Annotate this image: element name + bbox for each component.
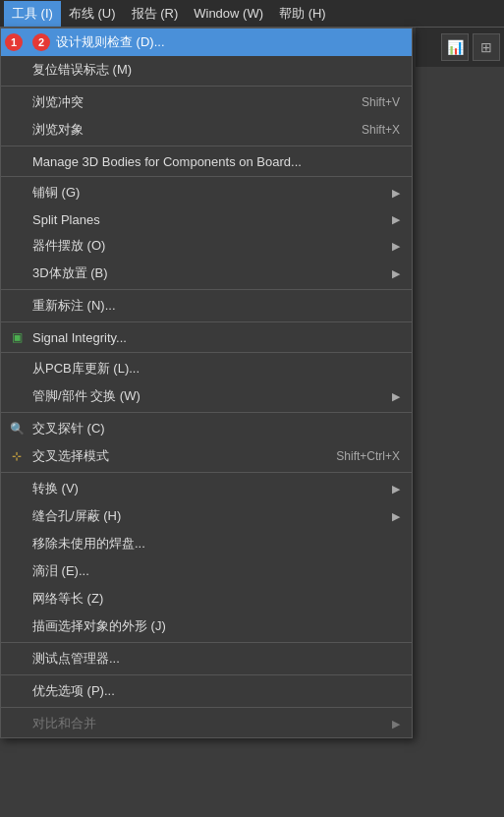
update-from-pcb-label: 从PCB库更新 (L)... [32, 360, 140, 378]
split-planes-arrow: ▶ [392, 213, 400, 226]
teardrop-label: 滴泪 (E)... [32, 562, 89, 580]
menu-bar: 工具 (I) 布线 (U) 报告 (R) Window (W) 帮助 (H) [0, 0, 504, 28]
cross-probe-label: 交叉探针 (C) [32, 420, 105, 438]
compare-merge-arrow: ▶ [392, 718, 400, 730]
re-annotate-label: 重新标注 (N)... [32, 297, 116, 315]
menu-bar-help[interactable]: 帮助 (H) [271, 1, 334, 27]
menu-item-copper[interactable]: 铺铜 (G) ▶ [1, 179, 412, 206]
stitch-shield-arrow: ▶ [392, 510, 400, 523]
menu-item-browse-object[interactable]: 浏览对象 Shift+X [1, 116, 412, 144]
menu-bar-report[interactable]: 报告 (R) [124, 1, 187, 27]
tools-dropdown-menu: 1 2 设计规则检查 (D)... 复位错误标志 (M) 浏览冲突 Shift+… [0, 28, 413, 738]
menu-item-cross-probe[interactable]: 🔍 交叉探针 (C) [1, 415, 412, 442]
separator-8 [1, 472, 412, 473]
menu-item-teardrop[interactable]: 滴泪 (E)... [1, 557, 412, 585]
drc-badges: 1 [7, 33, 27, 51]
cross-select-shortcut: Shift+Ctrl+X [336, 449, 400, 463]
browse-conflict-shortcut: Shift+V [362, 95, 400, 109]
chart-icon[interactable]: 📊 [441, 33, 469, 61]
menu-item-cross-select[interactable]: ⊹ 交叉选择模式 Shift+Ctrl+X [1, 442, 412, 470]
pin-swap-arrow: ▶ [392, 390, 400, 403]
stitch-shield-label: 缝合孔/屏蔽 (H) [32, 507, 121, 525]
separator-10 [1, 674, 412, 675]
menu-item-browse-conflict[interactable]: 浏览冲突 Shift+V [1, 88, 412, 116]
3d-place-label: 3D体放置 (B) [32, 264, 108, 282]
menu-item-drc[interactable]: 1 2 设计规则检查 (D)... [1, 29, 412, 56]
pin-swap-label: 管脚/部件 交换 (W) [32, 387, 140, 405]
menu-item-convert[interactable]: 转换 (V) ▶ [1, 475, 412, 502]
menu-item-preferences[interactable]: 优先选项 (P)... [1, 677, 412, 705]
menu-item-re-annotate[interactable]: 重新标注 (N)... [1, 292, 412, 320]
3d-place-arrow: ▶ [392, 267, 400, 280]
copper-arrow: ▶ [392, 187, 400, 200]
menu-item-outline[interactable]: 描画选择对象的外形 (J) [1, 613, 412, 640]
right-panel: 📊 ⊞ [416, 28, 504, 67]
separator-3 [1, 176, 412, 177]
separator-9 [1, 642, 412, 643]
split-planes-label: Split Planes [32, 212, 100, 227]
separator-2 [1, 146, 412, 146]
reset-errors-label: 复位错误标志 (M) [32, 61, 132, 79]
compare-merge-label: 对比和合并 [32, 715, 96, 732]
separator-6 [1, 352, 412, 353]
component-place-label: 器件摆放 (O) [32, 237, 105, 255]
menu-item-3d-place[interactable]: 3D体放置 (B) ▶ [1, 260, 412, 287]
menu-item-signal-integrity[interactable]: ▣ Signal Integrity... [1, 324, 412, 350]
badge-1: 1 [5, 33, 23, 51]
menu-item-reset-errors[interactable]: 复位错误标志 (M) [1, 56, 412, 84]
menu-bar-window[interactable]: Window (W) [186, 2, 271, 25]
menu-item-test-point-mgr[interactable]: 测试点管理器... [1, 645, 412, 672]
menu-item-net-equal-length[interactable]: 网络等长 (Z) [1, 585, 412, 613]
copper-label: 铺铜 (G) [32, 184, 80, 202]
separator-7 [1, 412, 412, 413]
menu-item-update-from-pcb[interactable]: 从PCB库更新 (L)... [1, 355, 412, 382]
separator-5 [1, 321, 412, 322]
convert-arrow: ▶ [392, 483, 400, 496]
menu-item-remove-unused-pads[interactable]: 移除未使用的焊盘... [1, 530, 412, 557]
menu-item-stitch-shield[interactable]: 缝合孔/屏蔽 (H) ▶ [1, 502, 412, 530]
menu-item-manage-3d[interactable]: Manage 3D Bodies for Components on Board… [1, 148, 412, 174]
menu-item-component-place[interactable]: 器件摆放 (O) ▶ [1, 232, 412, 260]
si-icon: ▣ [7, 330, 27, 344]
separator-11 [1, 707, 412, 708]
separator-4 [1, 289, 412, 290]
menu-bar-tools[interactable]: 工具 (I) [4, 1, 61, 27]
convert-label: 转换 (V) [32, 480, 79, 497]
signal-integrity-label: Signal Integrity... [32, 330, 127, 345]
drc-label: 设计规则检查 (D)... [56, 33, 165, 51]
outline-label: 描画选择对象的外形 (J) [32, 617, 166, 635]
remove-unused-pads-label: 移除未使用的焊盘... [32, 535, 145, 553]
separator-1 [1, 86, 412, 87]
menu-item-split-planes[interactable]: Split Planes ▶ [1, 206, 412, 232]
menu-bar-route[interactable]: 布线 (U) [61, 1, 124, 27]
test-point-mgr-label: 测试点管理器... [32, 650, 120, 668]
manage-3d-label: Manage 3D Bodies for Components on Board… [32, 154, 302, 169]
component-place-arrow: ▶ [392, 240, 400, 253]
browse-object-label: 浏览对象 [32, 121, 84, 139]
preferences-label: 优先选项 (P)... [32, 682, 115, 700]
net-equal-length-label: 网络等长 (Z) [32, 590, 103, 608]
menu-item-pin-swap[interactable]: 管脚/部件 交换 (W) ▶ [1, 382, 412, 410]
grid-icon[interactable]: ⊞ [473, 33, 500, 61]
menu-item-compare-merge: 对比和合并 ▶ [1, 710, 412, 737]
badge-2: 2 [32, 33, 50, 51]
browse-object-shortcut: Shift+X [362, 123, 400, 137]
select-icon: ⊹ [7, 449, 27, 463]
probe-icon: 🔍 [7, 422, 27, 436]
browse-conflict-label: 浏览冲突 [32, 93, 84, 111]
cross-select-label: 交叉选择模式 [32, 447, 109, 465]
